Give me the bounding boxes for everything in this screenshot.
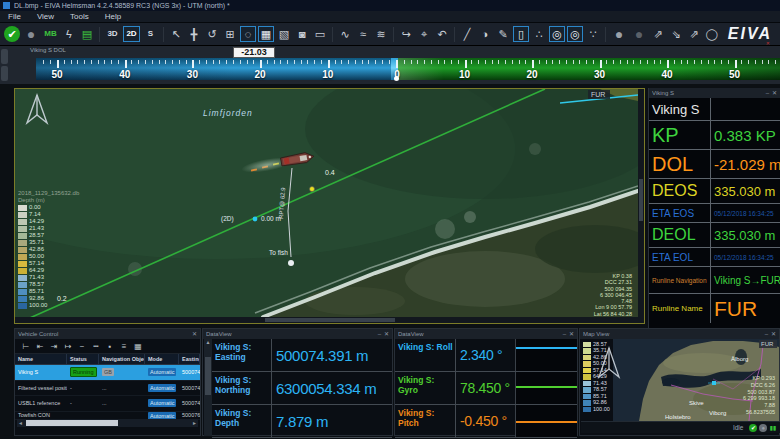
- map-vertical-scrollbar[interactable]: [638, 89, 644, 317]
- pin-icon[interactable]: –: [765, 329, 768, 339]
- compass-icon[interactable]: ◯: [704, 26, 720, 42]
- measure-icon[interactable]: ▭: [312, 26, 328, 42]
- pin-icon[interactable]: –: [378, 329, 381, 339]
- panel-title-bar: Vehicle Control ✕: [15, 329, 200, 339]
- column-header-mode: Mode: [145, 354, 179, 364]
- image-overlay-icon[interactable]: ▧: [276, 26, 292, 42]
- edit-icon[interactable]: ✎: [495, 26, 511, 42]
- camera-icon[interactable]: ◙: [294, 26, 310, 42]
- stop-icon[interactable]: ▪: [103, 340, 117, 352]
- profile-triple-icon[interactable]: ≋: [373, 26, 389, 42]
- matrix-icon[interactable]: ▦: [258, 26, 274, 42]
- save-icon[interactable]: ▤: [79, 26, 95, 42]
- pause-icon[interactable]: ●: [22, 26, 40, 42]
- pan-icon[interactable]: ╋: [186, 26, 202, 42]
- close-icon[interactable]: ✕: [771, 329, 776, 339]
- menu-tools[interactable]: Tools: [62, 11, 97, 23]
- line-icon[interactable]: −: [75, 340, 89, 352]
- table-row[interactable]: USBL1 reference-...Automatic500074.3: [15, 396, 200, 412]
- ruler-tick: [301, 60, 302, 64]
- offset-line-icon[interactable]: ┅: [89, 340, 103, 352]
- toolbar: ✔●MBϟ▤3D2DS↖╋↺⊞◌▦▧◙▭∿≈≋↪⌖↶╱◑✎▯∴◎◎∵●●⇗⇘⇗◯: [0, 23, 780, 46]
- scroll-left-icon[interactable]: ◄: [17, 420, 24, 426]
- data-label: DEOS: [649, 179, 711, 203]
- target-a-icon[interactable]: ◎: [549, 26, 565, 42]
- select-region-icon[interactable]: ◌: [240, 26, 256, 42]
- goto-end-icon[interactable]: ↦: [61, 340, 75, 352]
- legend-color-swatch: [18, 254, 27, 260]
- table-horizontal-scrollbar[interactable]: ◄ ►: [17, 419, 198, 427]
- view-3d-button[interactable]: 3D: [104, 26, 121, 42]
- profile-line-b-icon[interactable]: ⇘: [668, 26, 684, 42]
- waypoint-icon[interactable]: ⌖: [416, 26, 432, 42]
- goto-start-icon[interactable]: ⊢: [19, 340, 33, 352]
- toolbar-separator: [332, 27, 333, 42]
- rows-icon[interactable]: ≡: [117, 340, 131, 352]
- table-row[interactable]: Filtered vessel position-...Automatic500…: [15, 381, 200, 397]
- legend-entry: 57.14: [18, 260, 79, 267]
- panel-title: Map View: [583, 331, 762, 337]
- dock-tab[interactable]: [1, 66, 8, 81]
- menu-view[interactable]: View: [29, 11, 62, 23]
- pointer-icon[interactable]: ↖: [168, 26, 184, 42]
- view-2d-button[interactable]: 2D: [123, 26, 140, 42]
- undo-icon[interactable]: ↶: [434, 26, 450, 42]
- profile-line-c-icon[interactable]: ⇗: [686, 26, 702, 42]
- log-sheet-icon[interactable]: ▯: [513, 26, 529, 42]
- table-icon[interactable]: ▦: [131, 340, 145, 352]
- table-row[interactable]: Viking SRunningGBAutomatic500074.3: [15, 365, 200, 381]
- pin-icon[interactable]: –: [766, 88, 769, 98]
- legend-color-swatch: [583, 374, 591, 380]
- dots-a-icon[interactable]: ∴: [531, 26, 547, 42]
- readout-line: KP 0.293: [743, 375, 775, 382]
- view-s-button[interactable]: S: [142, 26, 159, 42]
- profile-wave-icon[interactable]: ∿: [337, 26, 353, 42]
- legend-color-swatch: [583, 342, 591, 348]
- mode-button[interactable]: Automatic: [148, 384, 176, 392]
- mode-button[interactable]: Automatic: [148, 368, 176, 376]
- mb-logger-icon[interactable]: MB: [42, 26, 59, 42]
- dock-tab[interactable]: [1, 49, 8, 64]
- toolbar-separator: [393, 27, 394, 42]
- dots-b-icon[interactable]: ∵: [585, 26, 601, 42]
- close-icon[interactable]: ✕: [772, 88, 777, 98]
- close-icon[interactable]: ✕: [569, 329, 574, 339]
- data-value: 335.030 m: [711, 223, 780, 247]
- cursor-readout: KP 0.38DCC 27.31500 094.356 300 046.457.…: [594, 273, 632, 317]
- legend-entry: 85.71: [18, 288, 79, 295]
- dataview-scrollbar[interactable]: ▲: [204, 339, 212, 436]
- panel-title-bar: Viking S – ✕: [649, 88, 780, 98]
- close-icon[interactable]: ✕: [192, 329, 197, 339]
- contrast-icon[interactable]: ◑: [477, 26, 493, 42]
- legend-color-swatch: [18, 282, 27, 288]
- scroll-right-icon[interactable]: ►: [191, 420, 198, 426]
- data-label: Viking S: [649, 98, 711, 120]
- ruler-tick: [111, 60, 112, 64]
- connect-icon[interactable]: ϟ: [61, 26, 77, 42]
- ruler-tick: [253, 60, 254, 64]
- nav-object-badge[interactable]: GB: [102, 368, 114, 376]
- ruler-tick: [721, 60, 722, 64]
- menu-help[interactable]: Help: [97, 11, 129, 23]
- ruler-tick: [451, 60, 452, 64]
- sphere-a-icon[interactable]: ●: [610, 26, 628, 42]
- step-back-icon[interactable]: ⇤: [33, 340, 47, 352]
- target-b-icon[interactable]: ◎: [567, 26, 583, 42]
- ruler-tick: [57, 60, 59, 68]
- mode-button[interactable]: Automatic: [148, 399, 176, 407]
- pin-icon[interactable]: –: [563, 329, 566, 339]
- start-logging-icon[interactable]: ✔: [4, 26, 20, 42]
- profile-line-a-icon[interactable]: ⇗: [650, 26, 666, 42]
- close-icon[interactable]: ✕: [384, 329, 389, 339]
- sphere-b-icon[interactable]: ●: [630, 26, 648, 42]
- map-horizontal-scrollbar[interactable]: [15, 317, 644, 323]
- profile-double-icon[interactable]: ≈: [355, 26, 371, 42]
- step-forward-icon[interactable]: ⇥: [47, 340, 61, 352]
- map-canvas[interactable]: 0.2 0.4 FUR RPT@ 62.9: [15, 89, 638, 317]
- slope-icon[interactable]: ╱: [459, 26, 475, 42]
- scroll-up-icon[interactable]: ▲: [204, 339, 212, 346]
- rotate-view-icon[interactable]: ↺: [204, 26, 220, 42]
- menu-file[interactable]: File: [0, 11, 29, 23]
- route-icon[interactable]: ↪: [398, 26, 414, 42]
- grid-icon[interactable]: ⊞: [222, 26, 238, 42]
